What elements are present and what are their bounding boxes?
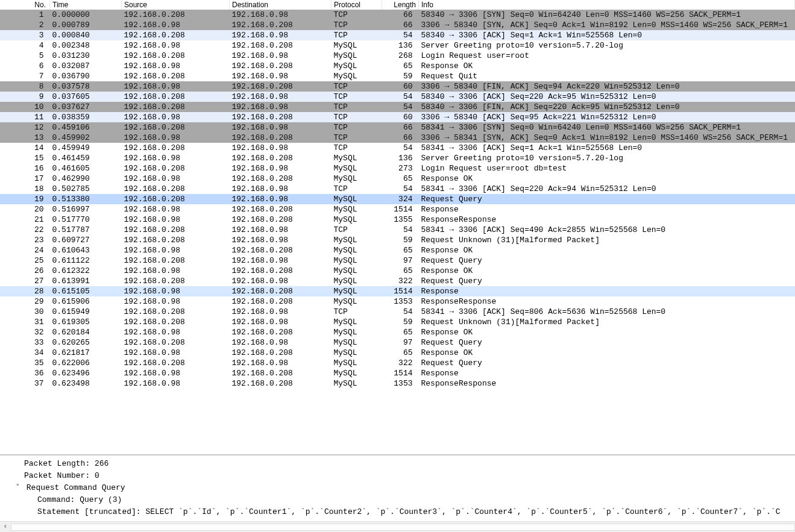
table-row[interactable]: 170.462990192.168.0.98192.168.0.208MySQL…: [0, 174, 795, 184]
table-row[interactable]: 250.611122192.168.0.208192.168.0.98MySQL…: [0, 255, 795, 266]
detail-statement: Statement [truncated]: SELECT `p`.`Id`, …: [0, 506, 795, 518]
table-row[interactable]: 190.513380192.168.0.208192.168.0.98MySQL…: [0, 194, 795, 204]
table-row[interactable]: 20.000789192.168.0.98192.168.0.208TCP663…: [0, 20, 795, 30]
table-row[interactable]: 300.615949192.168.0.208192.168.0.98TCP54…: [0, 307, 795, 317]
col-no[interactable]: No.: [0, 0, 50, 10]
cell: 11: [0, 112, 50, 122]
scroll-left-arrow-icon[interactable]: ‹: [0, 522, 11, 533]
table-row[interactable]: 230.609727192.168.0.208192.168.0.98MySQL…: [0, 235, 795, 245]
packet-list-pane[interactable]: No. Time Source Destination Protocol Len…: [0, 0, 795, 455]
cell: 1355: [382, 214, 419, 225]
cell: MySQL: [332, 71, 382, 81]
cell: TCP: [332, 81, 382, 92]
table-row[interactable]: 370.623498192.168.0.98192.168.0.208MySQL…: [0, 378, 795, 389]
table-row[interactable]: 130.459902192.168.0.98192.168.0.208TCP66…: [0, 133, 795, 143]
table-row[interactable]: 270.613991192.168.0.208192.168.0.98MySQL…: [0, 276, 795, 286]
cell: 192.168.0.208: [122, 317, 230, 327]
col-source[interactable]: Source: [122, 0, 230, 10]
cell: 54: [382, 307, 419, 317]
scrollbar-track[interactable]: [11, 524, 795, 531]
table-row[interactable]: 280.615105192.168.0.98192.168.0.208MySQL…: [0, 286, 795, 296]
cell: Request Quit: [419, 71, 795, 81]
table-row[interactable]: 180.502785192.168.0.208192.168.0.98TCP54…: [0, 184, 795, 194]
table-row[interactable]: 110.038359192.168.0.98192.168.0.208TCP60…: [0, 112, 795, 122]
cell: 25: [0, 255, 50, 266]
detail-request-command[interactable]: ˅ Request Command Query: [0, 482, 795, 494]
table-row[interactable]: 120.459106192.168.0.208192.168.0.98TCP66…: [0, 122, 795, 133]
table-row[interactable]: 260.612322192.168.0.98192.168.0.208MySQL…: [0, 266, 795, 276]
table-row[interactable]: 50.031230192.168.0.208192.168.0.98MySQL2…: [0, 51, 795, 61]
cell: 59: [382, 235, 419, 245]
col-destination[interactable]: Destination: [230, 0, 332, 10]
table-header-row[interactable]: No. Time Source Destination Protocol Len…: [0, 0, 795, 10]
cell: 10: [0, 102, 50, 112]
cell: MySQL: [332, 296, 382, 307]
table-row[interactable]: 160.461605192.168.0.208192.168.0.98MySQL…: [0, 163, 795, 174]
table-row[interactable]: 360.623496192.168.0.98192.168.0.208MySQL…: [0, 368, 795, 378]
col-info[interactable]: Info: [419, 0, 795, 10]
col-length[interactable]: Length: [382, 0, 419, 10]
table-row[interactable]: 310.619305192.168.0.208192.168.0.98MySQL…: [0, 317, 795, 327]
col-protocol[interactable]: Protocol: [332, 0, 382, 10]
cell: 65: [382, 348, 419, 358]
cell: 192.168.0.208: [230, 61, 332, 71]
cell: 192.168.0.98: [230, 317, 332, 327]
cell: 0.459902: [50, 133, 122, 143]
table-row[interactable]: 80.037578192.168.0.98192.168.0.208TCP603…: [0, 81, 795, 92]
cell: 192.168.0.208: [122, 358, 230, 368]
table-row[interactable]: 320.620184192.168.0.98192.168.0.208MySQL…: [0, 327, 795, 337]
cell: 192.168.0.98: [230, 307, 332, 317]
cell: 26: [0, 266, 50, 276]
cell: 54: [382, 225, 419, 235]
cell: 65: [382, 245, 419, 255]
table-row[interactable]: 220.517787192.168.0.208192.168.0.98TCP54…: [0, 225, 795, 235]
packet-details-pane[interactable]: Packet Length: 266 Packet Number: 0 ˅ Re…: [0, 455, 795, 521]
table-row[interactable]: 30.000840192.168.0.208192.168.0.98TCP545…: [0, 30, 795, 40]
cell: TCP: [332, 30, 382, 40]
cell: 30: [0, 307, 50, 317]
cell: 136: [382, 40, 419, 51]
cell: Response OK: [419, 245, 795, 255]
cell: MySQL: [332, 348, 382, 358]
cell: 192.168.0.208: [122, 255, 230, 266]
cell: 58340 → 3306 [ACK] Seq=1 Ack=1 Win=52556…: [419, 30, 795, 40]
table-row[interactable]: 150.461459192.168.0.98192.168.0.208MySQL…: [0, 153, 795, 163]
cell: 0.615949: [50, 307, 122, 317]
table-row[interactable]: 40.002348192.168.0.98192.168.0.208MySQL1…: [0, 40, 795, 51]
horizontal-scrollbar[interactable]: ‹: [0, 521, 795, 532]
cell: 0.619305: [50, 317, 122, 327]
cell: 192.168.0.98: [230, 184, 332, 194]
cell: 0.000789: [50, 20, 122, 30]
cell: 192.168.0.98: [230, 194, 332, 204]
table-row[interactable]: 330.620265192.168.0.208192.168.0.98MySQL…: [0, 337, 795, 348]
cell: 192.168.0.98: [122, 133, 230, 143]
table-row[interactable]: 10.000000192.168.0.208192.168.0.98TCP665…: [0, 10, 795, 20]
table-row[interactable]: 290.615906192.168.0.98192.168.0.208MySQL…: [0, 296, 795, 307]
cell: 60: [382, 112, 419, 122]
cell: 65: [382, 61, 419, 71]
table-row[interactable]: 350.622006192.168.0.208192.168.0.98MySQL…: [0, 358, 795, 368]
table-row[interactable]: 90.037605192.168.0.208192.168.0.98TCP545…: [0, 92, 795, 102]
cell: 0.000840: [50, 30, 122, 40]
cell: 58341 → 3306 [ACK] Seq=1 Ack=1 Win=52556…: [419, 143, 795, 153]
chevron-down-icon[interactable]: ˅: [13, 482, 22, 494]
cell: 7: [0, 71, 50, 81]
cell: 54: [382, 184, 419, 194]
table-row[interactable]: 210.517770192.168.0.98192.168.0.208MySQL…: [0, 214, 795, 225]
cell: 66: [382, 10, 419, 20]
cell: MySQL: [332, 378, 382, 389]
table-row[interactable]: 240.610643192.168.0.98192.168.0.208MySQL…: [0, 245, 795, 255]
table-row[interactable]: 340.621817192.168.0.98192.168.0.208MySQL…: [0, 348, 795, 358]
table-row[interactable]: 140.459949192.168.0.208192.168.0.98TCP54…: [0, 143, 795, 153]
cell: 1: [0, 10, 50, 20]
table-row[interactable]: 60.032087192.168.0.98192.168.0.208MySQL6…: [0, 61, 795, 71]
cell: 192.168.0.98: [122, 81, 230, 92]
cell: 192.168.0.98: [122, 112, 230, 122]
table-row[interactable]: 200.516997192.168.0.98192.168.0.208MySQL…: [0, 204, 795, 214]
col-time[interactable]: Time: [50, 0, 122, 10]
cell: Response OK: [419, 327, 795, 337]
table-row[interactable]: 100.037627192.168.0.208192.168.0.98TCP54…: [0, 102, 795, 112]
cell: MySQL: [332, 40, 382, 51]
cell: 192.168.0.208: [230, 348, 332, 358]
table-row[interactable]: 70.036790192.168.0.208192.168.0.98MySQL5…: [0, 71, 795, 81]
